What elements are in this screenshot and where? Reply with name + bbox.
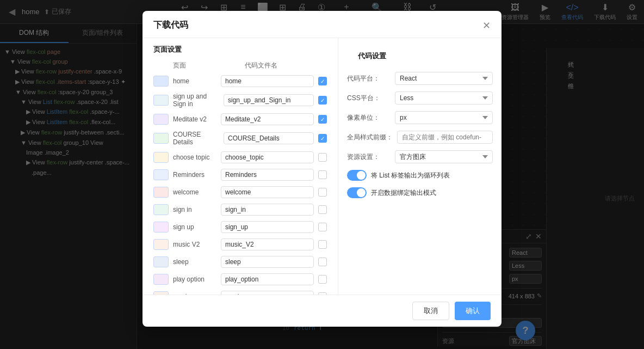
page-filename-input[interactable] xyxy=(221,113,314,125)
page-name: Meditate v2 xyxy=(173,115,216,123)
page-row: sleep xyxy=(149,253,331,271)
css-platform-label: CSS平台： xyxy=(347,94,391,103)
page-filename-input[interactable] xyxy=(221,291,314,295)
play-option-page-name: play option xyxy=(173,275,216,283)
resource-select[interactable]: 官方图床 本地资源 自定义 xyxy=(395,150,493,163)
page-name: sign up and Sign in xyxy=(173,93,219,108)
modal-close-button[interactable]: ✕ xyxy=(482,21,491,30)
modal-title: 下载代码 xyxy=(153,20,188,31)
code-platform-select[interactable]: React Vue HTML xyxy=(395,72,493,85)
download-code-modal: 下载代码 ✕ 页面设置 页面 代码文件名 home xyxy=(143,11,501,327)
toggle2-label: 开启数据绑定输出模式 xyxy=(371,188,436,198)
code-settings-section: 代码设置 代码平台： React Vue HTML CSS平台： Less CS… xyxy=(338,38,501,295)
page-filename-input[interactable] xyxy=(221,151,314,163)
page-settings-title: 页面设置 xyxy=(143,38,338,59)
page-thumb xyxy=(153,95,169,106)
page-checkbox[interactable] xyxy=(318,153,327,162)
page-row: sign in xyxy=(149,201,331,218)
page-thumb xyxy=(153,114,169,125)
col-filename-header: 代码文件名 xyxy=(245,61,312,70)
page-checkbox[interactable] xyxy=(318,240,327,249)
page-thumb xyxy=(153,152,169,163)
prefix-row: 全局样式前缀： xyxy=(347,131,493,144)
prefix-label: 全局样式前缀： xyxy=(347,133,393,142)
pixel-unit-select[interactable]: px rem em xyxy=(395,111,493,124)
pixel-unit-label: 像素单位： xyxy=(347,113,391,123)
cancel-button[interactable]: 取消 xyxy=(412,302,449,320)
page-row: COURSE Details xyxy=(149,128,331,149)
page-row: sign up xyxy=(149,218,331,236)
page-name: sleep xyxy=(173,258,216,266)
page-thumb xyxy=(153,274,169,285)
page-filename-input[interactable] xyxy=(224,94,314,106)
modal-footer: 取消 确认 xyxy=(143,295,501,327)
modal-overlay[interactable]: 下载代码 ✕ 页面设置 页面 代码文件名 home xyxy=(0,0,644,349)
resource-row: 资源设置： 官方图床 本地资源 自定义 xyxy=(347,150,493,163)
pixel-unit-row: 像素单位： px rem em xyxy=(347,111,493,124)
page-filename-input[interactable] xyxy=(221,169,314,181)
page-thumb xyxy=(153,222,169,232)
page-list: home sign up and Sign in Meditate v2 xyxy=(143,72,338,295)
page-row: choose topic xyxy=(149,149,331,166)
code-platform-row: 代码平台： React Vue HTML xyxy=(347,72,493,85)
page-filename-input[interactable] xyxy=(221,186,314,198)
page-row: welcome xyxy=(149,183,331,201)
resource-label: 资源设置： xyxy=(347,152,391,162)
page-name: home xyxy=(173,77,216,85)
css-platform-select[interactable]: Less CSS SCSS xyxy=(395,91,493,105)
page-filename-input[interactable] xyxy=(221,221,314,233)
page-checkbox[interactable] xyxy=(318,170,327,179)
prefix-input[interactable] xyxy=(397,131,493,144)
page-thumb xyxy=(153,239,169,250)
page-row: sign up and Sign in xyxy=(149,90,331,111)
toggle1-row: 将 List 标签输出为循环列表 xyxy=(347,170,493,181)
page-thumb xyxy=(153,256,169,267)
page-filename-input[interactable] xyxy=(224,132,314,144)
page-filename-input[interactable] xyxy=(221,256,314,268)
page-checkbox[interactable] xyxy=(318,77,327,85)
page-name: sign in xyxy=(173,206,216,213)
page-thumb xyxy=(153,169,169,180)
page-name: music V2 xyxy=(173,241,216,248)
page-name: Reminders xyxy=(173,171,216,179)
play-option-checkbox[interactable] xyxy=(318,275,327,284)
col-page-header: 页面 xyxy=(173,61,240,70)
code-settings-title: 代码设置 xyxy=(347,45,493,65)
modal-header: 下载代码 ✕ xyxy=(143,11,501,38)
page-row: Reminders xyxy=(149,166,331,183)
toggle2[interactable] xyxy=(347,187,367,198)
page-thumb xyxy=(153,204,169,215)
page-checkbox[interactable] xyxy=(318,223,327,231)
page-name: choose topic xyxy=(173,154,216,161)
page-thumb xyxy=(153,187,169,198)
page-row: home xyxy=(149,72,331,90)
page-thumb xyxy=(153,133,169,144)
page-name: welcome xyxy=(173,188,216,196)
modal-body: 页面设置 页面 代码文件名 home xyxy=(143,38,501,295)
page-checkbox[interactable] xyxy=(318,96,327,105)
play-option-filename-input[interactable] xyxy=(221,273,314,285)
play-option-row: play option xyxy=(149,271,331,288)
css-platform-row: CSS平台： Less CSS SCSS xyxy=(347,91,493,105)
page-settings-section: 页面设置 页面 代码文件名 home xyxy=(143,38,338,295)
confirm-button[interactable]: 确认 xyxy=(455,302,491,320)
toggle1[interactable] xyxy=(347,170,367,181)
page-row: Meditate v2 xyxy=(149,111,331,128)
page-row: music V2 xyxy=(149,236,331,253)
page-filename-input[interactable] xyxy=(221,204,314,216)
page-checkbox[interactable] xyxy=(318,115,327,124)
code-platform-label: 代码平台： xyxy=(347,74,391,83)
page-checkbox[interactable] xyxy=(318,205,327,214)
page-name: COURSE Details xyxy=(173,131,219,146)
page-filename-input[interactable] xyxy=(221,238,314,250)
page-row: music xyxy=(149,288,331,295)
page-checkbox[interactable] xyxy=(318,188,327,197)
page-thumb xyxy=(153,76,169,87)
page-list-header: 页面 代码文件名 xyxy=(143,59,338,72)
page-checkbox[interactable] xyxy=(318,134,327,143)
page-checkbox[interactable] xyxy=(318,258,327,266)
toggle1-label: 将 List 标签输出为循环列表 xyxy=(371,171,450,180)
toggle2-row: 开启数据绑定输出模式 xyxy=(347,187,493,198)
page-name: sign up xyxy=(173,223,216,231)
page-filename-input[interactable] xyxy=(221,75,314,87)
